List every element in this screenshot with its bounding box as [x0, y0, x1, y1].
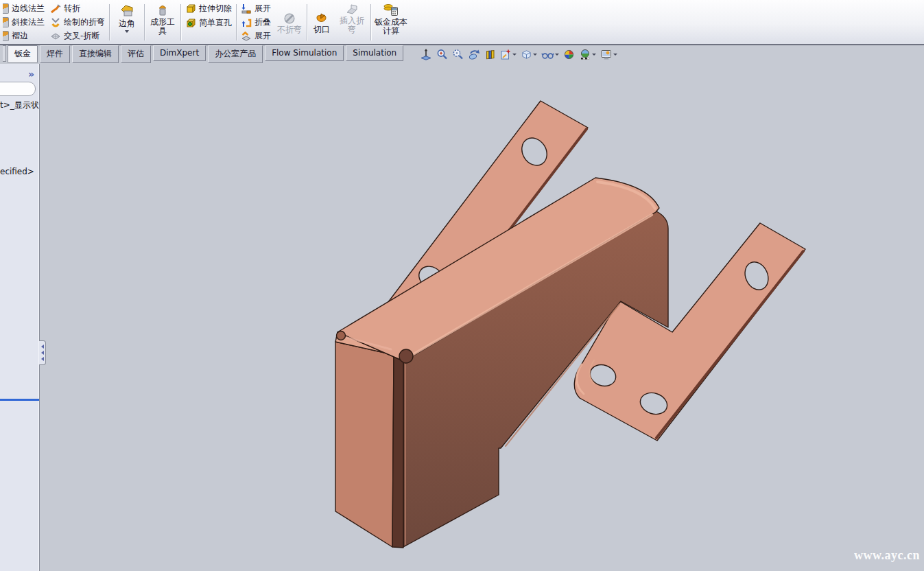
corner-relief-back — [337, 331, 346, 340]
zoom-to-fit-button[interactable] — [420, 49, 432, 60]
zoom-in-out-icon — [452, 49, 464, 60]
cost-icon — [383, 3, 399, 18]
corner-relief-front — [399, 349, 413, 363]
dropdown-arrow-icon[interactable] — [533, 54, 537, 56]
model-canvas[interactable] — [0, 0, 924, 571]
fold-column: 展开 折叠 展开 — [238, 1, 274, 43]
tab-evaluate[interactable]: 评估 — [121, 45, 151, 63]
tree-filter-box[interactable] — [0, 82, 36, 96]
flatten-icon — [241, 31, 252, 42]
unfold-button[interactable]: 展开 — [239, 2, 272, 15]
tab-stub — [3, 45, 6, 62]
ribbon: 边线法兰 斜接法兰 褶边 转折 绘制的折弯 交叉-折断 边角 — [0, 0, 924, 45]
apply-scene-button[interactable] — [579, 49, 596, 60]
cross-break-label: 交叉-折断 — [64, 30, 99, 42]
tab-office-products[interactable]: 办公室产品 — [208, 45, 263, 63]
hem-button[interactable]: 褶边 — [1, 30, 46, 43]
view-orientation-icon — [500, 49, 512, 60]
tab-dimxpert[interactable]: DimXpert — [153, 45, 206, 61]
tab-weldments[interactable]: 焊件 — [40, 45, 70, 63]
apply-scene-icon — [579, 49, 591, 60]
separator — [307, 4, 307, 40]
fold-icon — [241, 17, 252, 28]
body-left-wall — [335, 342, 394, 547]
expand-panel-chevron[interactable]: » — [28, 69, 34, 79]
jog-button[interactable]: 转折 — [49, 2, 106, 15]
insert-bends-button[interactable]: 插入折弯 — [335, 1, 369, 43]
rotate-view-icon — [468, 49, 481, 60]
dropdown-arrow-icon[interactable] — [592, 54, 596, 56]
unfold-label: 展开 — [254, 3, 271, 14]
rotate-view-button[interactable] — [468, 49, 481, 60]
zoom-to-fit-icon — [420, 49, 432, 60]
no-bends-button[interactable]: 不折弯 — [274, 1, 305, 43]
forming-tool-icon — [155, 3, 170, 18]
forming-tool-button[interactable]: 成形工具 — [146, 1, 179, 43]
flatten-button[interactable]: 展开 — [239, 30, 272, 43]
extruded-cut-label: 拉伸切除 — [199, 3, 232, 14]
edge-flange-button[interactable]: 边线法兰 — [1, 2, 46, 15]
tree-item-not-specified[interactable]: ecified> — [0, 167, 40, 176]
section-view-icon — [485, 49, 496, 60]
extruded-cut-icon — [185, 3, 196, 14]
insert-bends-icon — [345, 3, 359, 16]
sketched-bend-button[interactable]: 绘制的折弯 — [49, 16, 106, 29]
tab-sheet-metal[interactable]: 钣金 — [8, 45, 38, 63]
extruded-cut-button[interactable]: 拉伸切除 — [184, 2, 233, 15]
sketched-bend-label: 绘制的折弯 — [64, 16, 105, 28]
edge-flange-label: 边线法兰 — [12, 3, 45, 14]
zoom-in-out-button[interactable] — [452, 49, 464, 60]
dropdown-arrow-icon[interactable] — [125, 30, 129, 33]
collapse-arrow-icon — [41, 357, 44, 361]
no-bends-label: 不折弯 — [277, 25, 302, 34]
jog-icon — [50, 3, 61, 14]
view-orientation-button[interactable] — [500, 49, 517, 60]
tree-divider — [0, 399, 39, 401]
miter-flange-icon — [3, 17, 9, 27]
dropdown-arrow-icon[interactable] — [555, 54, 559, 56]
hide-show-items-button[interactable] — [541, 49, 559, 60]
separator — [236, 4, 237, 40]
unfold-icon — [241, 3, 252, 14]
rip-label: 切口 — [313, 25, 330, 34]
sheet-metal-cost-button[interactable]: 钣金成本计算 — [372, 1, 410, 43]
tree-item-display-state[interactable]: t>_显示状 — [0, 100, 40, 111]
rip-button[interactable]: 切口 — [309, 1, 335, 43]
sheet-metal-cost-label: 钣金成本计算 — [375, 18, 407, 36]
separator — [109, 4, 110, 40]
tab-simulation[interactable]: Simulation — [346, 45, 403, 61]
tab-direct-editing[interactable]: 直接编辑 — [72, 45, 119, 63]
heads-up-view-toolbar — [420, 49, 617, 60]
view-settings-button[interactable] — [600, 49, 617, 60]
cross-break-button[interactable]: 交叉-折断 — [49, 30, 106, 43]
panel-splitter-handle[interactable] — [39, 340, 46, 365]
separator — [370, 4, 371, 40]
section-view-button[interactable] — [485, 49, 496, 60]
display-style-button[interactable] — [521, 49, 537, 60]
fold-button[interactable]: 折叠 — [239, 16, 272, 29]
hem-label: 褶边 — [12, 30, 28, 42]
miter-flange-button[interactable]: 斜接法兰 — [1, 16, 46, 29]
separator — [180, 4, 181, 40]
corner-icon — [119, 3, 135, 19]
bend-column: 转折 绘制的折弯 交叉-折断 — [47, 1, 108, 43]
zoom-to-area-button[interactable] — [436, 49, 448, 60]
rip-icon — [315, 12, 329, 25]
tab-flow-simulation[interactable]: Flow Simulation — [265, 45, 344, 61]
collapse-arrow-icon — [41, 345, 44, 349]
simple-hole-button[interactable]: 简单直孔 — [184, 16, 233, 30]
corner-label: 边角 — [119, 19, 135, 28]
view-settings-icon — [600, 49, 613, 60]
dropdown-arrow-icon[interactable] — [512, 54, 517, 56]
edit-appearance-button[interactable] — [563, 49, 575, 60]
cut-column: 拉伸切除 简单直孔 — [182, 1, 235, 43]
feature-manager-panel: » t>_显示状 ecified> — [0, 64, 40, 571]
corner-button[interactable]: 边角 — [111, 1, 143, 43]
watermark: www.ayc.cn — [854, 548, 920, 563]
separator — [144, 4, 145, 40]
jog-label: 转折 — [64, 3, 80, 14]
dropdown-arrow-icon[interactable] — [613, 54, 617, 56]
flange-column: 边线法兰 斜接法兰 褶边 — [0, 1, 47, 43]
body-rip-gap — [392, 355, 403, 548]
cross-break-icon — [50, 31, 61, 42]
